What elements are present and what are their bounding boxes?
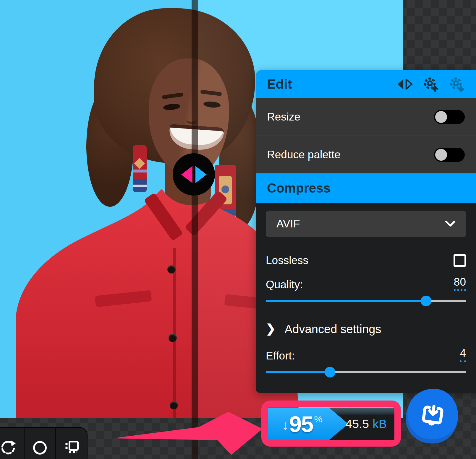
rotate-button[interactable] [0, 428, 24, 459]
effort-slider-fill [266, 371, 330, 373]
reduce-palette-row: Reduce palette [256, 136, 476, 173]
resize-row: Resize [256, 98, 476, 136]
rotate-icon [0, 439, 17, 456]
effort-value[interactable]: 4 [460, 347, 466, 362]
compress-section: AVIF Lossless Quality: 80 ❯ [256, 203, 476, 393]
edit-header: Edit [256, 70, 476, 98]
comparison-handle[interactable] [173, 153, 215, 196]
quality-label: Quality: [266, 279, 303, 291]
canvas-toolbar [0, 427, 88, 459]
effort-label: Effort: [266, 350, 295, 362]
section-divider [256, 314, 476, 314]
options-panel: Edit [256, 70, 476, 393]
effort-labels-row: Effort: 4 [266, 345, 466, 364]
handle-right-arrow-icon [195, 166, 207, 183]
download-icon [418, 400, 447, 428]
effort-slider-thumb[interactable] [325, 367, 335, 377]
reduce-palette-toggle[interactable] [434, 148, 465, 162]
scale-icon [63, 439, 80, 456]
codec-select[interactable]: AVIF [266, 211, 466, 237]
toggle-knob [435, 149, 447, 161]
quality-labels-row: Quality: 80 [266, 274, 466, 293]
codec-select-value: AVIF [276, 218, 300, 230]
quality-slider[interactable] [266, 293, 466, 309]
photo-button [170, 401, 178, 409]
compare-view-icon[interactable] [397, 76, 413, 92]
lossless-row: Lossless [266, 247, 466, 274]
quality-slider-fill [266, 300, 426, 302]
edit-header-title: Edit [267, 77, 292, 92]
results-bubble: ↓ 95 % 45.5 kB [268, 408, 394, 440]
quality-slider-thumb[interactable] [421, 296, 431, 306]
chevron-down-icon [445, 221, 455, 227]
photo-button [167, 265, 176, 274]
photo-button [169, 334, 177, 342]
file-size-unit: kB [373, 417, 387, 431]
photo-placket [173, 248, 176, 418]
file-size-value: 45.5 [345, 417, 369, 431]
lossless-label: Lossless [266, 254, 308, 267]
app-window: Edit [0, 0, 476, 459]
quality-value[interactable]: 80 [454, 276, 466, 291]
handle-left-arrow-icon [181, 166, 192, 183]
savings-percent: 95 [289, 411, 313, 437]
comparison-divider[interactable] [192, 0, 198, 459]
download-button[interactable] [406, 389, 460, 444]
file-size: 45.5 kB [345, 408, 387, 440]
advanced-settings-label: Advanced settings [285, 323, 381, 336]
export-settings-gear-icon[interactable] [449, 76, 465, 92]
compress-header-title: Compress [267, 181, 331, 196]
scale-view-button[interactable] [55, 428, 87, 459]
effort-slider[interactable] [266, 364, 466, 380]
import-settings-gear-icon[interactable] [423, 76, 439, 92]
chevron-right-icon: ❯ [266, 322, 276, 335]
percent-sign: % [314, 414, 323, 425]
resize-label: Resize [267, 111, 300, 123]
original-view-button[interactable] [24, 428, 56, 459]
toggle-knob [435, 111, 447, 123]
compress-header: Compress [256, 173, 476, 203]
reduce-palette-label: Reduce palette [267, 149, 341, 161]
lossless-checkbox[interactable] [454, 254, 466, 267]
down-arrow-icon: ↓ [282, 417, 289, 433]
advanced-settings-toggle[interactable]: ❯ Advanced settings [266, 317, 466, 341]
circle-icon [31, 439, 48, 456]
resize-toggle[interactable] [434, 110, 465, 124]
